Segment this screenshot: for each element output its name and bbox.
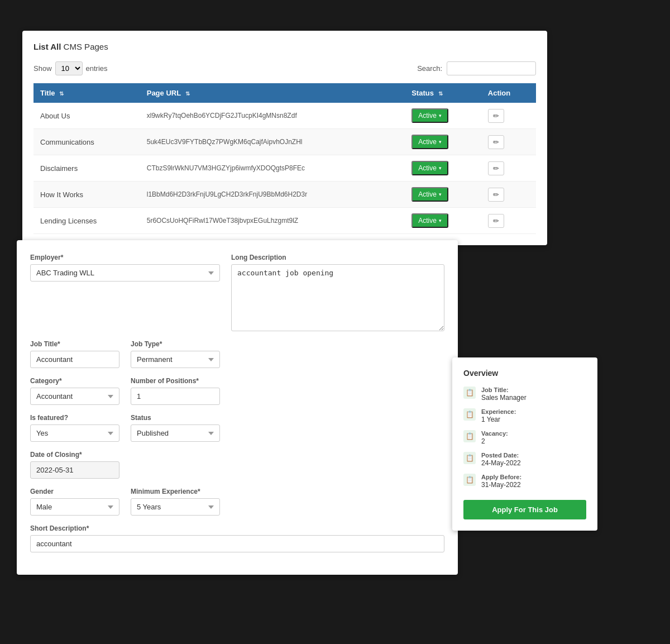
sort-url-icon: ⇅ [185, 90, 190, 97]
apply-btn[interactable]: Apply For This Job [463, 500, 586, 519]
edit-button[interactable]: ✏ [488, 109, 504, 123]
cms-title-rest: CMS Pages [61, 42, 108, 51]
short-desc-input[interactable] [30, 535, 444, 552]
col-action: Action [481, 83, 536, 103]
cell-url: l1BbMd6H2D3rkFnjU9LgCH2D3rkFnjU9BbMd6H2D… [140, 182, 405, 208]
status-group: Status Published Draft [131, 414, 220, 442]
status-badge[interactable]: Active ▾ [411, 187, 448, 202]
table-row: Disclaimers CTbzS9lrWkNU7VM3HGZYjp6iwmfy… [34, 155, 536, 182]
job-type-label: Job Type* [131, 340, 220, 348]
entries-label: entries [86, 64, 108, 73]
job-type-group: Job Type* Permanent [131, 340, 220, 368]
status-badge[interactable]: Active ▾ [411, 161, 448, 175]
edit-button[interactable]: ✏ [488, 214, 504, 228]
featured-label: Is featured? [30, 414, 119, 422]
overview-item-content: Vacancy: 2 [481, 430, 508, 445]
job-form-panel: Employer* ABC Trading WLL Long Descripti… [17, 240, 458, 575]
table-row: How It Works l1BbMd6H2D3rkFnjU9LgCH2D3rk… [34, 182, 536, 208]
overview-item-icon: 📋 [463, 387, 476, 399]
overview-item-icon: 📋 [463, 452, 476, 464]
overview-item-label: Posted Date: [481, 452, 521, 459]
date-group: Date of Closing* [30, 451, 119, 479]
overview-item: 📋 Posted Date: 24-May-2022 [463, 452, 586, 467]
status-badge[interactable]: Active ▾ [411, 135, 448, 149]
positions-group: Number of Positions* [131, 377, 220, 405]
long-desc-label: Long Description [231, 254, 444, 261]
edit-button[interactable]: ✏ [488, 135, 504, 149]
overview-item-label: Job Title: [481, 387, 527, 393]
chevron-down-icon: ▾ [439, 192, 442, 197]
edit-button[interactable]: ✏ [488, 188, 504, 202]
col-url[interactable]: Page URL ⇅ [140, 83, 405, 103]
cell-status: Active ▾ [405, 155, 481, 182]
status-badge[interactable]: Active ▾ [411, 213, 448, 228]
job-type-select[interactable]: Permanent [131, 351, 220, 368]
job-title-group: Job Title* [30, 340, 119, 368]
overview-item-content: Job Title: Sales Manager [481, 387, 527, 402]
overview-item-content: Experience: 1 Year [481, 408, 516, 423]
form-row-jobtitle-jobtype: Job Title* Job Type* Permanent [30, 340, 444, 368]
col-status[interactable]: Status ⇅ [405, 83, 481, 103]
cell-url: 5uk4EUc3V9FYTbBQz7PWgKM6qCajfAipvhOJnZHl [140, 129, 405, 155]
overview-item-label: Experience: [481, 408, 516, 415]
cell-url: CTbzS9lrWkNU7VM3HGZYjp6iwmfyXDOQgtsP8FEc [140, 155, 405, 182]
employer-select[interactable]: ABC Trading WLL [30, 264, 220, 282]
col-title[interactable]: Title ⇅ [34, 83, 140, 103]
form-row-employer-longdesc: Employer* ABC Trading WLL Long Descripti… [30, 254, 444, 331]
long-desc-textarea[interactable]: accountant job opening [231, 264, 444, 331]
search-input[interactable] [447, 61, 536, 75]
cms-title-bold: List All [34, 42, 61, 51]
cell-status: Active ▾ [405, 208, 481, 234]
date-label: Date of Closing* [30, 451, 119, 459]
form-row-category-positions: Category* Accountant Number of Positions… [30, 377, 444, 405]
form-row-gender-minexp: Gender Male Female Any Minimum Experienc… [30, 488, 444, 516]
overview-item-value: 2 [481, 437, 508, 445]
cell-title: About Us [34, 103, 140, 129]
overview-item-label: Vacancy: [481, 430, 508, 437]
show-label: Show [34, 64, 52, 73]
cell-title: How It Works [34, 182, 140, 208]
cell-status: Active ▾ [405, 129, 481, 155]
job-title-input[interactable] [30, 351, 119, 368]
overview-item-content: Posted Date: 24-May-2022 [481, 452, 521, 467]
overview-items: 📋 Job Title: Sales Manager 📋 Experience:… [463, 387, 586, 489]
overview-item: 📋 Apply Before: 31-May-2022 [463, 474, 586, 489]
long-desc-group: Long Description accountant job opening [231, 254, 444, 331]
short-desc-label: Short Description* [30, 524, 444, 532]
overview-title: Overview [463, 369, 586, 378]
overview-item-value: Sales Manager [481, 394, 527, 402]
job-title-label: Job Title* [30, 340, 119, 348]
min-exp-label: Minimum Experience* [131, 488, 220, 495]
cms-pages-panel: List All CMS Pages Show 10 25 50 entries… [22, 31, 547, 245]
overview-item: 📋 Vacancy: 2 [463, 430, 586, 445]
cell-action: ✏ [481, 208, 536, 234]
status-select[interactable]: Published Draft [131, 424, 220, 442]
date-input[interactable] [30, 461, 119, 479]
positions-input[interactable] [131, 388, 220, 405]
overview-item-icon: 📋 [463, 474, 476, 486]
overview-item-icon: 📋 [463, 430, 476, 442]
employer-group: Employer* ABC Trading WLL [30, 254, 220, 331]
status-badge[interactable]: Active ▾ [411, 108, 448, 123]
table-row: Lending Licenses 5r6OCsUoHQFiRwl17W0eT38… [34, 208, 536, 234]
featured-group: Is featured? Yes No [30, 414, 119, 442]
overview-panel: Overview 📋 Job Title: Sales Manager 📋 Ex… [452, 357, 597, 531]
chevron-down-icon: ▾ [439, 165, 442, 171]
min-exp-select[interactable]: 5 Years 1 Year 2 Years 3 Years [131, 498, 220, 516]
category-label: Category* [30, 377, 119, 385]
entries-select[interactable]: 10 25 50 [55, 61, 83, 75]
chevron-down-icon: ▾ [439, 139, 442, 145]
gender-select[interactable]: Male Female Any [30, 498, 119, 516]
employer-label: Employer* [30, 254, 220, 261]
edit-button[interactable]: ✏ [488, 161, 504, 175]
status-label: Status [131, 414, 220, 422]
cell-title: Communications [34, 129, 140, 155]
category-select[interactable]: Accountant [30, 388, 119, 405]
sort-status-icon: ⇅ [438, 90, 443, 97]
featured-select[interactable]: Yes No [30, 424, 119, 442]
cell-title: Lending Licenses [34, 208, 140, 234]
gender-group: Gender Male Female Any [30, 488, 119, 516]
table-row: About Us xl9wkRy7tqOehBo6YCDjFG2JTucpKI4… [34, 103, 536, 129]
overview-item-value: 1 Year [481, 416, 516, 423]
overview-item-icon: 📋 [463, 408, 476, 421]
